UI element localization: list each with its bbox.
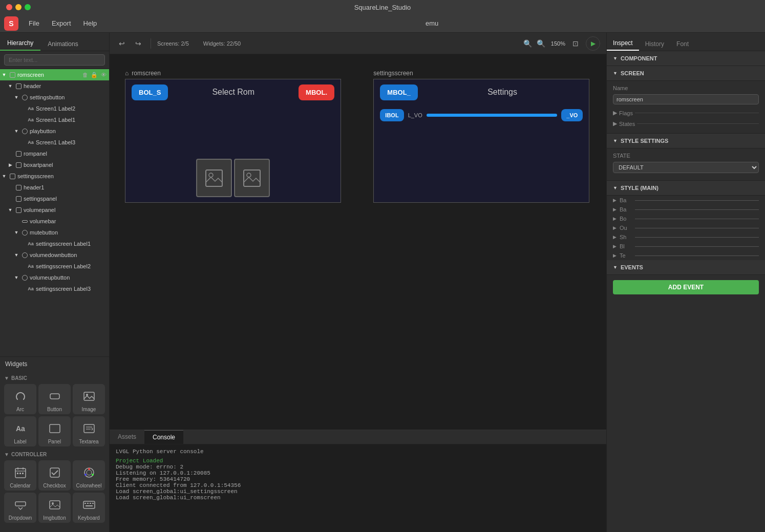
fit-screen-button[interactable]: ⊡: [569, 37, 582, 50]
style-settings-arrow: ▼: [613, 138, 618, 143]
flags-row[interactable]: ▶ Flags: [613, 108, 759, 118]
canvas-content: ⌂ romscreen BOL_S Select Rom MBOL.: [125, 70, 605, 203]
widget-textarea-label: Textarea: [79, 439, 98, 444]
console-area: Assets Console LVGL Python server consol…: [110, 430, 606, 532]
settings-slider: [427, 114, 558, 117]
svg-point-31: [209, 173, 213, 177]
play-button[interactable]: ▶: [586, 36, 600, 51]
component-section-header[interactable]: ▼ COMPONENT: [607, 51, 765, 66]
tree-item-label3[interactable]: Aa Screen1 Label3: [0, 137, 109, 148]
events-title: EVENTS: [621, 264, 643, 270]
controller-section-title: ▼ CONTROLLER: [4, 452, 105, 457]
tree-item-rompanel[interactable]: rompanel: [0, 148, 109, 159]
canvas-viewport[interactable]: ⌂ romscreen BOL_S Select Rom MBOL.: [110, 54, 606, 430]
widget-arc[interactable]: Arc: [4, 384, 36, 414]
label-icon: Aa: [12, 420, 29, 437]
delete-icon[interactable]: 🗑: [81, 71, 89, 78]
close-button[interactable]: [6, 4, 12, 10]
rom-center-text: Select Rom: [172, 88, 294, 97]
menu-help[interactable]: Help: [77, 17, 103, 29]
tree-item-volumebar[interactable]: volumebar: [0, 216, 109, 227]
widget-keyboard[interactable]: Keyboard: [73, 493, 105, 523]
keyboard-icon: [81, 497, 97, 513]
tree-item-settingspanel[interactable]: settingspanel: [0, 193, 109, 204]
tree-item-volumeupbutton[interactable]: ▼ volumeupbutton: [0, 272, 109, 283]
menu-export[interactable]: Export: [46, 17, 77, 29]
component-title: COMPONENT: [621, 55, 657, 61]
name-row: Name: [613, 85, 759, 91]
widgets-count: Widgets: 22/50: [203, 40, 241, 47]
tree-item-volumedownbutton[interactable]: ▼ volumedownbutton: [0, 249, 109, 261]
settingsscreen-inner: MBOL_ Settings IBOL L_VO _VO: [374, 79, 589, 202]
tree-item-playbutton[interactable]: ▼ playbutton: [0, 125, 109, 137]
state-dropdown[interactable]: DEFAULT: [613, 162, 759, 173]
tree-item-boxartpanel[interactable]: ▶ boxartpanel: [0, 159, 109, 171]
menu-file[interactable]: File: [23, 17, 46, 29]
widget-textarea[interactable]: Textarea: [73, 416, 105, 446]
tree-item-label1[interactable]: Aa Screen1 Label1: [0, 114, 109, 125]
widget-panel[interactable]: Panel: [38, 416, 71, 446]
name-input[interactable]: [613, 94, 759, 104]
tree-item-mutebutton[interactable]: ▼ mutebutton: [0, 227, 109, 238]
search-input[interactable]: [4, 54, 105, 66]
svg-rect-27: [90, 503, 91, 504]
states-row[interactable]: ▶ States: [613, 118, 759, 129]
tab-inspect[interactable]: Inspect: [607, 36, 639, 51]
hierarchy-search: [0, 51, 109, 69]
console-line-0: Debug mode: errno: 2: [116, 464, 600, 470]
add-event-button[interactable]: ADD EVENT: [613, 280, 759, 294]
tree-item-settingsscreen[interactable]: ▼ settingsscreen: [0, 171, 109, 182]
widget-button[interactable]: Button: [38, 384, 71, 414]
tree-item-label2[interactable]: Aa Screen1 Label2: [0, 103, 109, 114]
tree-item-volumepanel[interactable]: ▼ volumepanel: [0, 204, 109, 216]
tree-item-header[interactable]: ▼ header: [0, 80, 109, 92]
tree-label-mutebutton: mutebutton: [30, 229, 58, 236]
zoom-value[interactable]: 150%: [549, 40, 567, 47]
tree-label-slabel3: settingsscreen Label3: [36, 286, 91, 292]
lock-icon[interactable]: 🔒: [91, 71, 98, 78]
tab-assets[interactable]: Assets: [110, 430, 144, 444]
zoom-out-button[interactable]: 🔍: [522, 38, 534, 49]
tab-hierarchy[interactable]: Hierarchy: [0, 36, 40, 51]
zoom-in-button[interactable]: 🔍: [536, 38, 547, 49]
widget-dropdown[interactable]: Dropdown: [4, 493, 36, 523]
tree-item-settingsbutton[interactable]: ▼ settingsbutton: [0, 92, 109, 103]
console-line-2: Free memory: 536414720: [116, 476, 600, 482]
tree-item-header1[interactable]: header1: [0, 182, 109, 193]
style-settings-header[interactable]: ▼ STYLE SETTINGS: [607, 134, 765, 148]
tree-item-slabel1[interactable]: Aa settingsscreen Label1: [0, 238, 109, 249]
tab-history[interactable]: History: [639, 37, 670, 51]
imgbutton-icon: [47, 497, 63, 513]
widget-arc-label: Arc: [16, 407, 24, 412]
tab-console[interactable]: Console: [144, 430, 183, 444]
home-icon: ⌂: [125, 70, 129, 77]
widget-checkbox[interactable]: Checkbox: [38, 460, 71, 491]
screen-section-header[interactable]: ▼ SCREEN: [607, 66, 765, 81]
redo-button[interactable]: ↪: [132, 37, 144, 50]
widget-image[interactable]: Image: [73, 384, 105, 414]
image-placeholder-1: [196, 159, 232, 197]
widget-colorwheel[interactable]: Colorwheel: [73, 460, 105, 491]
canvas-area: ↩ ↪ Screens: 2/5 Widgets: 22/50 🔍 🔍 150%…: [110, 33, 606, 532]
widget-label[interactable]: Aa Label: [4, 416, 36, 446]
basic-widget-grid: Arc Button: [4, 384, 105, 446]
events-section-header[interactable]: ▼ EVENTS: [607, 260, 765, 275]
tab-font[interactable]: Font: [670, 37, 695, 51]
widget-calendar[interactable]: Calendar: [4, 460, 36, 491]
widget-imgbutton[interactable]: Imgbutton: [38, 493, 71, 523]
style-prop-bl: ▶ Bl: [607, 242, 765, 251]
minimize-button[interactable]: [15, 4, 22, 10]
svg-rect-21: [15, 502, 26, 506]
tab-animations[interactable]: Animations: [40, 37, 85, 51]
widgets-header[interactable]: Widgets: [0, 357, 109, 371]
tree-item-slabel3[interactable]: Aa settingsscreen Label3: [0, 283, 109, 294]
tree-item-romscreen[interactable]: ▼ romscreen 🗑 🔒 👁: [0, 69, 109, 80]
style-main-header[interactable]: ▼ STYLE (MAIN): [607, 181, 765, 196]
maximize-button[interactable]: [25, 4, 31, 10]
undo-button[interactable]: ↩: [116, 37, 128, 50]
eye-icon[interactable]: 👁: [100, 71, 107, 78]
tree-label-volumedownbutton: volumedownbutton: [30, 252, 77, 258]
state-value-row: DEFAULT: [613, 162, 759, 173]
console-body: LVGL Python server console Project Loade…: [110, 444, 606, 532]
tree-item-slabel2[interactable]: Aa settingsscreen Label2: [0, 261, 109, 272]
